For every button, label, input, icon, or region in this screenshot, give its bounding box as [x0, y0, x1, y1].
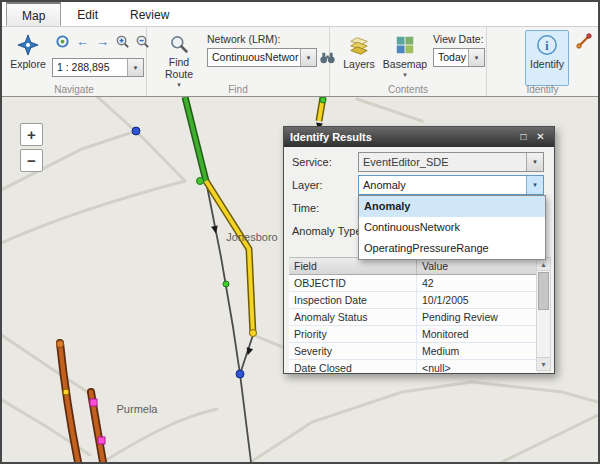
anomaly-type-label: Anomaly Type:: [292, 221, 365, 241]
value-cell: 42: [417, 275, 537, 291]
identify-button[interactable]: i Identify: [525, 30, 569, 86]
layers-button[interactable]: Layers: [338, 30, 380, 86]
scrollbar-down-icon[interactable]: ▼: [537, 357, 550, 370]
layer-dropdown-list: Anomaly ContinuousNetwork OperatingPress…: [358, 195, 546, 260]
map-zoom-control: + −: [20, 123, 43, 172]
identify-results-title: Identify Results: [290, 131, 514, 143]
table-row[interactable]: Date Closed <null>: [289, 360, 537, 373]
table-row[interactable]: Anomaly Status Pending Review: [289, 309, 537, 326]
app-window: Map Edit Review Explore ← →: [0, 0, 600, 464]
find-route-label-1: Find: [169, 57, 189, 68]
find-route-button[interactable]: Find Route ▾: [157, 30, 201, 86]
value-cell: Medium: [417, 343, 537, 359]
chevron-down-icon[interactable]: ▾: [526, 176, 543, 194]
chevron-down-icon[interactable]: ▾: [300, 49, 316, 66]
back-arrow-glyph: ←: [76, 33, 89, 50]
service-label: Service:: [292, 152, 332, 172]
map-label-purmela: Purmela: [97, 403, 177, 415]
value-cell: 10/1/2005: [417, 292, 537, 308]
basemap-button[interactable]: Basemap ▾: [382, 30, 428, 86]
ribbon: Explore ← → 1 : 288,895 ▾ Navigate: [2, 27, 598, 97]
map-scale-combobox[interactable]: 1 : 288,895 ▾: [52, 58, 144, 77]
field-cell: Severity: [289, 343, 417, 359]
field-cell: OBJECTID: [289, 275, 417, 291]
table-scrollbar[interactable]: ▲ ▼: [536, 257, 551, 371]
map-zoom-in-button[interactable]: +: [20, 123, 43, 146]
magnifier-icon: [169, 34, 189, 56]
explore-compass-icon: [17, 34, 39, 58]
navigate-group-label: Navigate: [2, 84, 146, 95]
ribbon-group-contents: Layers Basemap ▾ View Date: Today ▾ Cont…: [330, 27, 487, 96]
previous-extent-icon[interactable]: ←: [74, 33, 91, 50]
chevron-down-icon[interactable]: ▾: [127, 59, 143, 76]
maximize-icon[interactable]: □: [516, 130, 531, 144]
explore-label: Explore: [10, 59, 46, 70]
field-column-header[interactable]: Field: [289, 258, 417, 274]
ribbon-group-find: Find Route ▾ Network (LRM): ContinuousNe…: [147, 27, 330, 96]
basemap-label: Basemap: [383, 59, 427, 70]
tab-review[interactable]: Review: [114, 2, 185, 26]
view-date-value: Today: [438, 49, 467, 66]
value-column-header[interactable]: Value: [417, 258, 537, 274]
close-icon[interactable]: ✕: [533, 130, 548, 144]
network-lrm-label: Network (LRM):: [207, 33, 281, 45]
chevron-down-icon: ▾: [403, 71, 407, 78]
ribbon-group-identify: i Identify Identify: [487, 27, 598, 96]
identify-label: Identify: [530, 59, 564, 70]
chevron-down-icon[interactable]: ▾: [468, 49, 484, 66]
layers-label: Layers: [343, 59, 375, 70]
value-cell: Pending Review: [417, 309, 537, 325]
identify-info-icon: i: [536, 34, 558, 58]
scrollbar-thumb[interactable]: [538, 272, 549, 310]
full-extent-icon[interactable]: [54, 33, 71, 50]
identify-results-panel: Identify Results □ ✕ Service: EventEdito…: [283, 126, 555, 374]
navigate-tools: ← →: [54, 33, 151, 50]
field-cell: Inspection Date: [289, 292, 417, 308]
map-scale-value: 1 : 288,895: [57, 59, 126, 76]
next-extent-icon[interactable]: →: [94, 33, 111, 50]
view-date-label: View Date:: [433, 33, 484, 45]
identify-results-titlebar[interactable]: Identify Results □ ✕: [284, 127, 554, 147]
dropdown-option-anomaly[interactable]: Anomaly: [359, 196, 545, 217]
layer-combobox[interactable]: Anomaly ▾: [358, 175, 544, 195]
service-value: EventEditor_SDE: [363, 153, 525, 171]
field-cell: Anomaly Status: [289, 309, 417, 325]
field-cell: Date Closed: [289, 360, 417, 373]
forward-arrow-glyph: →: [96, 33, 109, 50]
layer-label: Layer:: [292, 175, 323, 195]
layer-value: Anomaly: [363, 176, 525, 194]
dropdown-option-operatingpressurerange[interactable]: OperatingPressureRange: [359, 238, 545, 259]
field-cell: Priority: [289, 326, 417, 342]
tab-edit[interactable]: Edit: [61, 2, 114, 26]
explore-button[interactable]: Explore: [5, 30, 51, 86]
value-cell: <null>: [417, 360, 537, 373]
identify-group-label: Identify: [487, 84, 598, 95]
attributes-table: Field Value OBJECTID 42 Inspection Date …: [289, 257, 537, 373]
zoom-in-icon[interactable]: [114, 33, 131, 50]
table-row[interactable]: Priority Monitored: [289, 326, 537, 343]
contents-group-label: Contents: [330, 84, 486, 95]
view-date-combobox[interactable]: Today ▾: [433, 48, 485, 67]
table-row[interactable]: OBJECTID 42: [289, 275, 537, 292]
identify-route-icon[interactable]: [575, 32, 592, 49]
network-value: ContinuousNetwork: [212, 49, 299, 66]
table-header-row: Field Value: [289, 258, 537, 275]
ribbon-group-navigate: Explore ← → 1 : 288,895 ▾ Navigate: [2, 27, 147, 96]
layers-icon: [348, 34, 370, 58]
chevron-down-icon[interactable]: ▾: [526, 153, 543, 171]
value-cell: Monitored: [417, 326, 537, 342]
table-row[interactable]: Inspection Date 10/1/2005: [289, 292, 537, 309]
basemap-icon: [394, 34, 416, 58]
ribbon-tab-bar: Map Edit Review: [2, 2, 598, 27]
service-combobox[interactable]: EventEditor_SDE ▾: [358, 152, 544, 172]
network-combobox[interactable]: ContinuousNetwork ▾: [207, 48, 317, 67]
table-row[interactable]: Severity Medium: [289, 343, 537, 360]
tab-map[interactable]: Map: [6, 2, 61, 26]
dropdown-option-continuousnetwork[interactable]: ContinuousNetwork: [359, 217, 545, 238]
time-label: Time:: [292, 198, 319, 218]
find-group-label: Find: [147, 84, 329, 95]
map-zoom-out-button[interactable]: −: [20, 149, 43, 172]
find-route-label-2: Route: [165, 69, 193, 80]
map-canvas[interactable]: Jonesboro Purmela + − Identify Results □…: [2, 97, 598, 462]
